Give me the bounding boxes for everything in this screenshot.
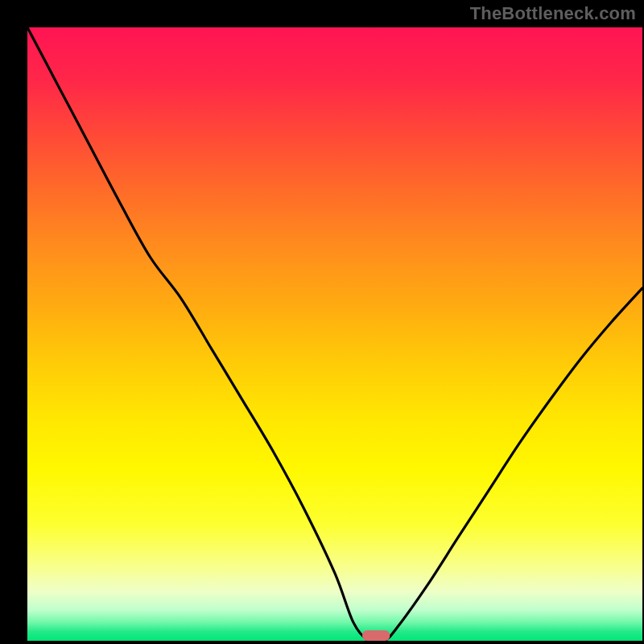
optimal-marker	[362, 630, 390, 641]
watermark-text: TheBottleneck.com	[470, 3, 636, 24]
plot-background	[27, 27, 642, 641]
chart-frame: TheBottleneck.com	[0, 0, 644, 644]
bottleneck-plot	[27, 27, 642, 641]
